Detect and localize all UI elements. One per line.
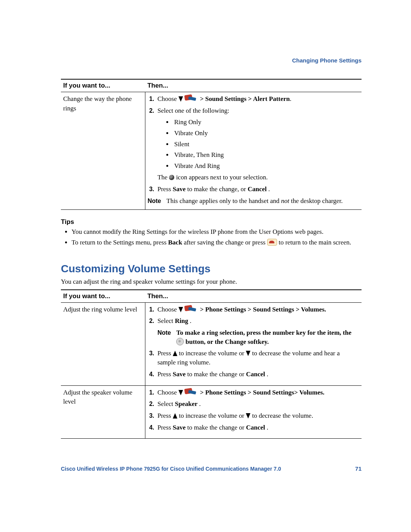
col-if-you-want-to: If you want to...	[61, 79, 145, 92]
tip-text: to return to the main screen.	[279, 239, 351, 246]
page-footer: Cisco Unified Wireless IP Phone 7925G fo…	[61, 465, 362, 472]
settings-tools-icon	[185, 388, 198, 396]
settings-tools-icon	[185, 95, 198, 102]
list-item: You cannot modify the Ring Settings for …	[72, 227, 362, 237]
step-text: Press	[158, 424, 173, 431]
table-row: Adjust the ring volume level Choose > Ph…	[61, 302, 362, 385]
save-label: Save	[173, 424, 186, 431]
nav-up-icon	[173, 351, 177, 356]
step-text: to decrease the volume.	[252, 412, 313, 419]
note-text: To make a ring selection, press the numb…	[176, 329, 351, 336]
task-cell: Adjust the ring volume level	[61, 302, 145, 385]
list-item: Silent	[173, 140, 359, 149]
nav-down-icon	[178, 307, 183, 312]
selection-dot-icon	[169, 175, 174, 180]
after-options-text: icon appears next to your selection.	[176, 174, 268, 181]
note-text: the desktop charger.	[291, 197, 342, 204]
back-label: Back	[168, 239, 182, 246]
step-bold-path: > Phone Settings > Sound Settings> Volum…	[200, 389, 324, 396]
after-options-text: The	[158, 174, 169, 181]
step-text: Select one of the following:	[158, 107, 229, 114]
save-label: Save	[173, 371, 186, 378]
step-1: Choose > Sound Settings > Alert Pattern.	[156, 94, 359, 104]
tips-heading: Tips	[61, 218, 362, 226]
step-text: .	[268, 185, 270, 193]
speaker-label: Speaker	[175, 400, 198, 407]
step-3: Press to increase the volume or to decre…	[156, 411, 359, 421]
step-text: .	[267, 424, 268, 431]
step-text: Press	[158, 412, 173, 419]
step-text: Press	[158, 371, 173, 378]
step-text: Select	[158, 400, 175, 407]
note-label: Note	[158, 328, 171, 347]
footer-page-number: 71	[355, 465, 362, 472]
step-2: Select Ring . Note To make a ring select…	[156, 316, 359, 346]
procedure-table-volumes: If you want to... Then... Adjust the rin…	[61, 289, 362, 439]
step-text: to increase the volume or	[179, 350, 246, 357]
tips-list: You cannot modify the Ring Settings for …	[72, 227, 362, 248]
step-1: Choose > Phone Settings > Sound Settings…	[156, 305, 359, 315]
step-bold-path: > Sound Settings > Alert Pattern	[200, 95, 290, 102]
step-text: Choose	[158, 95, 178, 102]
step-text: .	[199, 400, 201, 407]
task-cell: Adjust the speaker volume level	[61, 385, 145, 439]
col-if-you-want-to: If you want to...	[61, 290, 145, 303]
step-text: Press	[158, 185, 173, 193]
note-block: Note To make a ring selection, press the…	[158, 328, 359, 347]
section-title: Customizing Volume Settings	[61, 263, 362, 275]
select-button-icon	[176, 338, 184, 345]
settings-tools-icon	[185, 305, 198, 313]
list-item: Vibrate Only	[173, 129, 359, 138]
document-page: Changing Phone Settings If you want to..…	[0, 0, 411, 532]
nav-down-icon	[246, 351, 250, 356]
nav-down-icon	[246, 413, 250, 419]
step-2: Select one of the following: Ring Only V…	[156, 106, 359, 182]
footer-doc-title: Cisco Unified Wireless IP Phone 7925G fo…	[61, 466, 281, 472]
step-3: Press Save to make the change, or Cancel…	[156, 185, 359, 194]
list-item: Ring Only	[173, 118, 359, 127]
step-text: to make the change or	[187, 371, 246, 378]
nav-down-icon	[178, 390, 183, 395]
cancel-label: Cancel	[246, 371, 265, 378]
list-item: Vibrate And Ring	[173, 161, 359, 171]
step-text: Choose	[158, 306, 178, 313]
tip-text: To return to the Settings menu, press	[72, 239, 168, 246]
step-4: Press Save to make the change or Cancel …	[156, 370, 359, 379]
col-then: Then...	[145, 290, 362, 303]
step-text: to make the change, or	[187, 185, 248, 193]
tip-text: after saving the change or press	[184, 239, 267, 246]
save-label: Save	[173, 185, 186, 193]
step-4: Press Save to make the change or Cancel …	[156, 423, 359, 433]
step-text: Select	[158, 317, 175, 324]
nav-down-icon	[178, 96, 183, 102]
procedure-table-alert-pattern: If you want to... Then... Change the way…	[61, 79, 362, 210]
step-bold-path: > Phone Settings > Sound Settings > Volu…	[200, 306, 326, 313]
list-item: Vibrate, Then Ring	[173, 150, 359, 160]
note-emphasis: not	[281, 197, 289, 204]
steps-cell: Choose > Phone Settings > Sound Settings…	[145, 302, 362, 385]
note-text: button, or the	[186, 338, 225, 345]
step-1: Choose > Phone Settings > Sound Settings…	[156, 388, 359, 398]
step-text: Choose	[158, 389, 178, 396]
step-text: Press	[158, 350, 173, 357]
col-then: Then...	[145, 79, 362, 92]
end-call-key-icon	[267, 239, 277, 246]
step-text: to increase the volume or	[179, 412, 246, 419]
note-text: This change applies only to the handset …	[166, 197, 281, 204]
step-2: Select Speaker .	[156, 399, 359, 409]
section-intro: You can adjust the ring and speaker volu…	[61, 278, 362, 286]
task-cell: Change the way the phone rings	[61, 92, 145, 210]
steps-cell: Choose > Sound Settings > Alert Pattern.…	[145, 92, 362, 210]
running-header: Changing Phone Settings	[61, 57, 362, 64]
ring-label: Ring	[175, 317, 188, 324]
step-text: .	[267, 371, 268, 378]
step-text: to make the change or	[187, 424, 246, 431]
list-item: To return to the Settings menu, press Ba…	[72, 238, 362, 248]
table-row: Change the way the phone rings Choose > …	[61, 92, 362, 210]
change-label: Change	[225, 338, 246, 345]
options-list: Ring Only Vibrate Only Silent Vibrate, T…	[173, 118, 359, 171]
note-label: Note	[148, 197, 161, 206]
note-text: softkey.	[248, 338, 269, 345]
note-block: Note This change applies only to the han…	[148, 197, 359, 206]
steps-cell: Choose > Phone Settings > Sound Settings…	[145, 385, 362, 439]
